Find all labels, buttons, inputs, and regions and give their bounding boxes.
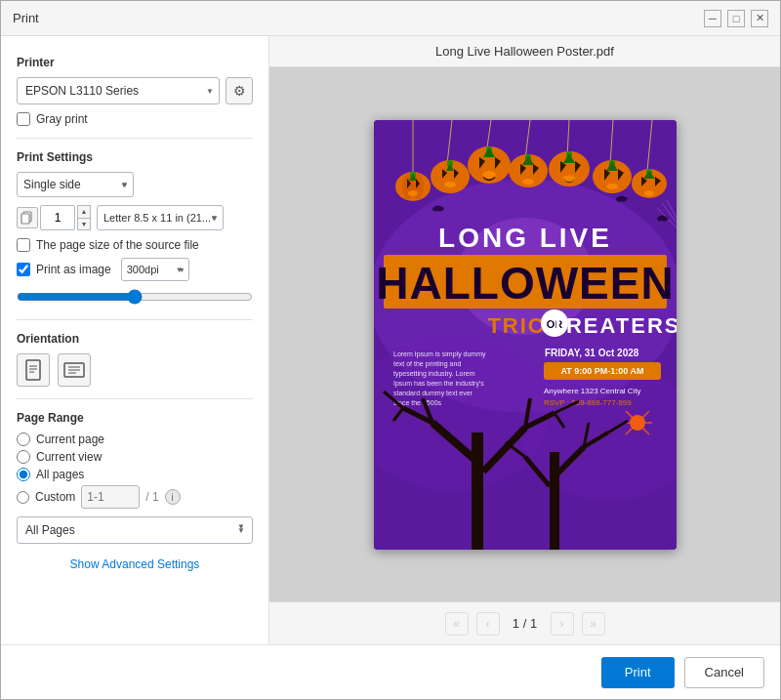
all-pages-row: All pages bbox=[17, 468, 253, 481]
svg-rect-1 bbox=[21, 214, 29, 224]
current-view-row: Current view bbox=[17, 450, 253, 464]
page-indicator: 1 / 1 bbox=[508, 616, 543, 631]
side-setting-row: Single side Both sides ▼ bbox=[17, 172, 253, 197]
dpi-select[interactable]: 300dpi 150dpi 600dpi bbox=[121, 258, 189, 281]
svg-text:AT 9:00 PM-1:00 AM: AT 9:00 PM-1:00 AM bbox=[560, 366, 643, 376]
svg-rect-105 bbox=[550, 452, 559, 550]
all-pages-radio[interactable] bbox=[17, 468, 30, 481]
svg-rect-2 bbox=[26, 360, 40, 380]
printer-settings-button[interactable]: ⚙ bbox=[226, 77, 253, 104]
svg-text:HALLOWEEN: HALLOWEEN bbox=[376, 258, 674, 309]
prev-page-button[interactable]: ‹ bbox=[476, 612, 500, 636]
close-button[interactable]: ✕ bbox=[751, 10, 768, 27]
copies-up-button[interactable]: ▲ bbox=[77, 205, 91, 218]
svg-text:standard dummy text ever: standard dummy text ever bbox=[393, 390, 473, 397]
svg-text:text of the printing and: text of the printing and bbox=[393, 360, 461, 368]
custom-range-input[interactable] bbox=[81, 485, 140, 509]
custom-row: Custom / 1 i bbox=[17, 485, 253, 509]
poster-preview: LONG LIVE HALLOWEEN TRICK OR TREATERS bbox=[374, 120, 677, 550]
minimize-button[interactable]: ─ bbox=[704, 10, 721, 27]
svg-rect-94 bbox=[472, 432, 483, 550]
current-page-row: Current page bbox=[17, 432, 253, 446]
paper-select[interactable]: Letter 8.5 x 11 in (21... A4 bbox=[97, 205, 224, 230]
page-source-checkbox[interactable] bbox=[17, 238, 30, 252]
copies-wrapper: ▲ ▼ bbox=[17, 205, 91, 230]
gray-print-row: Gray print bbox=[17, 112, 253, 126]
portrait-button[interactable] bbox=[17, 353, 50, 387]
left-panel: Printer EPSON L3110 Series Microsoft Pri… bbox=[1, 36, 269, 644]
svg-point-35 bbox=[444, 182, 456, 187]
orientation-buttons bbox=[17, 353, 253, 387]
svg-text:Ipsum has been the industry's: Ipsum has been the industry's bbox=[393, 380, 484, 388]
gray-print-checkbox[interactable] bbox=[17, 112, 30, 126]
svg-text:typesetting industry. Lorem: typesetting industry. Lorem bbox=[393, 370, 475, 378]
svg-point-53 bbox=[562, 175, 576, 182]
slider-wrapper bbox=[17, 289, 253, 308]
printer-select-wrapper: EPSON L3110 Series Microsoft Print to PD… bbox=[17, 77, 253, 104]
first-page-button[interactable]: « bbox=[445, 612, 469, 636]
print-button[interactable]: Print bbox=[601, 657, 675, 688]
subset-select[interactable]: All Pages Odd Pages Only Even Pages Only bbox=[17, 516, 253, 544]
page-range-label: Page Range bbox=[17, 411, 253, 425]
last-page-button[interactable]: » bbox=[582, 612, 605, 636]
current-view-label[interactable]: Current view bbox=[36, 450, 102, 464]
print-as-image-row: Print as image 300dpi 150dpi 600dpi ▼ bbox=[17, 258, 253, 281]
preview-area: LONG LIVE HALLOWEEN TRICK OR TREATERS bbox=[269, 67, 780, 601]
print-dialog: Print ─ □ ✕ Printer EPSON L3110 Series M… bbox=[0, 0, 781, 700]
svg-text:Anywhere 1323 Central City: Anywhere 1323 Central City bbox=[544, 387, 641, 395]
svg-point-59 bbox=[606, 184, 618, 189]
current-page-label[interactable]: Current page bbox=[36, 432, 104, 446]
page-source-row: The page size of the source file bbox=[17, 238, 253, 252]
side-select[interactable]: Single side Both sides bbox=[17, 172, 134, 197]
title-bar-controls: ─ □ ✕ bbox=[704, 10, 768, 27]
copies-down-button[interactable]: ▼ bbox=[77, 218, 91, 231]
dialog-title: Print bbox=[13, 11, 39, 25]
svg-point-29 bbox=[408, 190, 418, 196]
advanced-settings-link[interactable]: Show Advanced Settings bbox=[17, 557, 253, 571]
printer-section-label: Printer bbox=[17, 56, 253, 69]
svg-text:Lorem Ipsum is simply dummy: Lorem Ipsum is simply dummy bbox=[393, 350, 486, 358]
preview-filename: Long Live Halloween Poster.pdf bbox=[269, 36, 780, 67]
custom-total: / 1 bbox=[145, 490, 158, 504]
right-panel: Long Live Halloween Poster.pdf bbox=[269, 36, 780, 644]
custom-range-radio[interactable] bbox=[17, 491, 29, 504]
info-icon[interactable]: i bbox=[165, 489, 181, 505]
maximize-button[interactable]: □ bbox=[727, 10, 745, 27]
current-page-radio[interactable] bbox=[17, 432, 30, 446]
copies-icon bbox=[17, 207, 38, 228]
copies-input[interactable] bbox=[40, 205, 75, 230]
title-bar: Print ─ □ ✕ bbox=[1, 1, 780, 36]
print-as-image-label[interactable]: Print as image bbox=[36, 263, 111, 276]
svg-text:TREATERS: TREATERS bbox=[551, 313, 676, 338]
page-source-label[interactable]: The page size of the source file bbox=[36, 238, 199, 252]
svg-point-41 bbox=[482, 171, 496, 179]
copies-paper-row: ▲ ▼ Letter 8.5 x 11 in (21... A4 ▼ bbox=[17, 205, 253, 230]
svg-text:LONG LIVE: LONG LIVE bbox=[438, 223, 612, 253]
cancel-button[interactable]: Cancel bbox=[684, 657, 764, 688]
svg-text:RSVP : 999-888-777-999: RSVP : 999-888-777-999 bbox=[544, 398, 632, 407]
gear-icon: ⚙ bbox=[233, 83, 246, 99]
copies-spinners: ▲ ▼ bbox=[77, 205, 91, 230]
landscape-button[interactable] bbox=[58, 353, 91, 387]
preview-navigation: « ‹ 1 / 1 › » bbox=[269, 601, 780, 644]
print-as-image-checkbox[interactable] bbox=[17, 263, 30, 276]
svg-point-47 bbox=[522, 179, 534, 185]
quality-slider[interactable] bbox=[17, 289, 253, 305]
printer-select[interactable]: EPSON L3110 Series Microsoft Print to PD… bbox=[17, 77, 220, 104]
orientation-label: Orientation bbox=[17, 332, 253, 346]
gray-print-label[interactable]: Gray print bbox=[36, 112, 88, 126]
dialog-body: Printer EPSON L3110 Series Microsoft Pri… bbox=[1, 36, 780, 644]
print-settings-label: Print Settings bbox=[17, 150, 253, 164]
svg-text:FRIDAY, 31 Oct 2028: FRIDAY, 31 Oct 2028 bbox=[545, 348, 639, 358]
all-pages-label[interactable]: All pages bbox=[36, 468, 84, 481]
page-range-options: Current page Current view All pages Cust… bbox=[17, 432, 253, 509]
subset-select-wrapper: All Pages Odd Pages Only Even Pages Only… bbox=[17, 509, 253, 544]
svg-point-65 bbox=[644, 190, 654, 196]
custom-range-label[interactable]: Custom bbox=[35, 490, 75, 504]
current-view-radio[interactable] bbox=[17, 450, 30, 464]
next-page-button[interactable]: › bbox=[551, 612, 574, 636]
dialog-footer: Print Cancel bbox=[1, 644, 780, 699]
